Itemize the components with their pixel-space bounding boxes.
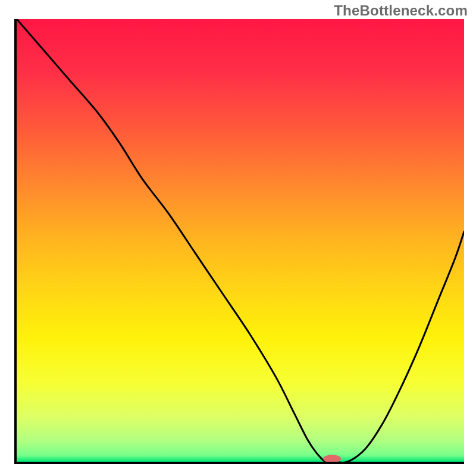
chart-svg bbox=[17, 19, 464, 462]
plot-area bbox=[14, 19, 464, 464]
chart-root: TheBottleneck.com bbox=[0, 0, 476, 476]
watermark-text: TheBottleneck.com bbox=[334, 2, 468, 19]
